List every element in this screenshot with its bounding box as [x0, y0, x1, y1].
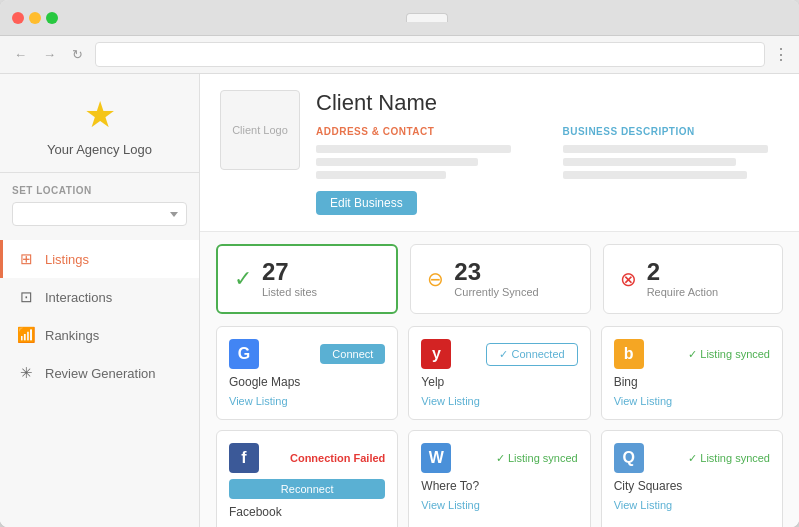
- bing-logo: b: [614, 339, 644, 369]
- rankings-icon: 📶: [17, 326, 35, 344]
- facebook-reconnect-button[interactable]: Reconnect: [229, 479, 385, 499]
- yelp-name: Yelp: [421, 375, 577, 389]
- client-meta: ADDRESS & CONTACT Edit Business BUSINESS…: [316, 126, 779, 215]
- location-select[interactable]: [12, 202, 187, 226]
- address-bar[interactable]: [95, 42, 765, 67]
- google-maps-view-listing[interactable]: View Listing: [229, 395, 385, 407]
- sidebar-item-review-generation[interactable]: ✳ Review Generation: [0, 354, 199, 392]
- interactions-icon: ⊡: [17, 288, 35, 306]
- business-line-3: [563, 171, 747, 179]
- yelp-logo: y: [421, 339, 451, 369]
- client-name: Client Name: [316, 90, 779, 116]
- citysquares-view-listing[interactable]: View Listing: [614, 499, 770, 511]
- client-info: Client Name ADDRESS & CONTACT Edit Busin…: [316, 90, 779, 215]
- action-label: Require Action: [647, 286, 719, 298]
- client-logo: Client Logo: [220, 90, 300, 170]
- stats-row: ✓ 27 Listed sites ⊖ 23 Currently Synced …: [200, 232, 799, 326]
- business-line-1: [563, 145, 769, 153]
- app-container: ★ Your Agency Logo SET LOCATION ⊞ Listin…: [0, 74, 799, 527]
- refresh-button[interactable]: ↻: [68, 45, 87, 64]
- minimize-button[interactable]: [29, 12, 41, 24]
- main-content: Client Logo Client Name ADDRESS & CONTAC…: [200, 74, 799, 527]
- bing-view-listing[interactable]: View Listing: [614, 395, 770, 407]
- business-lines: [563, 145, 780, 179]
- browser-menu-button[interactable]: ⋮: [773, 45, 789, 64]
- listed-label: Listed sites: [262, 286, 317, 298]
- stat-synced: ⊖ 23 Currently Synced: [410, 244, 590, 314]
- rankings-label: Rankings: [45, 328, 99, 343]
- agency-logo-section: ★ Your Agency Logo: [0, 74, 199, 173]
- set-location-section: SET LOCATION: [0, 173, 199, 232]
- stat-listed: ✓ 27 Listed sites: [216, 244, 398, 314]
- nav-menu: ⊞ Listings ⊡ Interactions 📶 Rankings ✳ R…: [0, 240, 199, 392]
- service-yelp-top: y ✓ Connected: [421, 339, 577, 369]
- business-section: BUSINESS DESCRIPTION: [563, 126, 780, 215]
- sidebar: ★ Your Agency Logo SET LOCATION ⊞ Listin…: [0, 74, 200, 527]
- listings-label: Listings: [45, 252, 89, 267]
- action-icon: ⊗: [620, 267, 637, 291]
- wheretofind-status: ✓ Listing synced: [496, 452, 578, 465]
- synced-number: 23: [454, 260, 538, 284]
- service-citysquares-top: Q ✓ Listing synced: [614, 443, 770, 473]
- business-section-label: BUSINESS DESCRIPTION: [563, 126, 780, 137]
- wheretofind-name: Where To?: [421, 479, 577, 493]
- review-generation-label: Review Generation: [45, 366, 156, 381]
- back-button[interactable]: ←: [10, 45, 31, 64]
- browser-toolbar: ← → ↻ ⋮: [0, 36, 799, 74]
- google-maps-name: Google Maps: [229, 375, 385, 389]
- interactions-label: Interactions: [45, 290, 112, 305]
- listed-info: 27 Listed sites: [262, 260, 317, 298]
- set-location-label: SET LOCATION: [12, 185, 187, 196]
- service-facebook-top: f Connection Failed: [229, 443, 385, 473]
- address-lines: [316, 145, 533, 179]
- address-line-3: [316, 171, 446, 179]
- browser-window: ← → ↻ ⋮ ★ Your Agency Logo SET LOCATION …: [0, 0, 799, 527]
- action-number: 2: [647, 260, 719, 284]
- sidebar-item-interactions[interactable]: ⊡ Interactions: [0, 278, 199, 316]
- maximize-button[interactable]: [46, 12, 58, 24]
- wheretofind-view-listing[interactable]: View Listing: [421, 499, 577, 511]
- sidebar-item-rankings[interactable]: 📶 Rankings: [0, 316, 199, 354]
- bing-status: ✓ Listing synced: [688, 348, 770, 361]
- service-bing-top: b ✓ Listing synced: [614, 339, 770, 369]
- yelp-connected-button[interactable]: ✓ Connected: [486, 343, 577, 366]
- wheretofind-logo: W: [421, 443, 451, 473]
- facebook-name: Facebook: [229, 505, 385, 519]
- forward-button[interactable]: →: [39, 45, 60, 64]
- service-wheretofind-top: W ✓ Listing synced: [421, 443, 577, 473]
- listed-number: 27: [262, 260, 317, 284]
- browser-tab[interactable]: [406, 13, 448, 22]
- traffic-lights: [12, 12, 58, 24]
- service-bing: b ✓ Listing synced Bing View Listing: [601, 326, 783, 420]
- browser-titlebar: [0, 0, 799, 36]
- citysquares-logo: Q: [614, 443, 644, 473]
- google-maps-connect-button[interactable]: Connect: [320, 344, 385, 364]
- stat-action: ⊗ 2 Require Action: [603, 244, 783, 314]
- address-section: ADDRESS & CONTACT Edit Business: [316, 126, 533, 215]
- synced-label: Currently Synced: [454, 286, 538, 298]
- edit-business-button[interactable]: Edit Business: [316, 191, 417, 215]
- synced-icon: ⊖: [427, 267, 444, 291]
- client-header: Client Logo Client Name ADDRESS & CONTAC…: [200, 74, 799, 232]
- citysquares-status: ✓ Listing synced: [688, 452, 770, 465]
- close-button[interactable]: [12, 12, 24, 24]
- synced-info: 23 Currently Synced: [454, 260, 538, 298]
- citysquares-name: City Squares: [614, 479, 770, 493]
- yelp-view-listing[interactable]: View Listing: [421, 395, 577, 407]
- listed-icon: ✓: [234, 266, 252, 292]
- service-yelp: y ✓ Connected Yelp View Listing: [408, 326, 590, 420]
- service-google-maps-top: G Connect: [229, 339, 385, 369]
- listings-icon: ⊞: [17, 250, 35, 268]
- service-citysquares: Q ✓ Listing synced City Squares View Lis…: [601, 430, 783, 527]
- tab-bar: [66, 13, 787, 22]
- address-line-2: [316, 158, 478, 166]
- agency-name: Your Agency Logo: [47, 142, 152, 157]
- services-grid: G Connect Google Maps View Listing y ✓ C…: [200, 326, 799, 527]
- facebook-status: Connection Failed: [290, 452, 385, 464]
- facebook-logo: f: [229, 443, 259, 473]
- service-facebook: f Connection Failed Reconnect Facebook V…: [216, 430, 398, 527]
- action-info: 2 Require Action: [647, 260, 719, 298]
- service-google-maps: G Connect Google Maps View Listing: [216, 326, 398, 420]
- sidebar-item-listings[interactable]: ⊞ Listings: [0, 240, 199, 278]
- business-line-2: [563, 158, 736, 166]
